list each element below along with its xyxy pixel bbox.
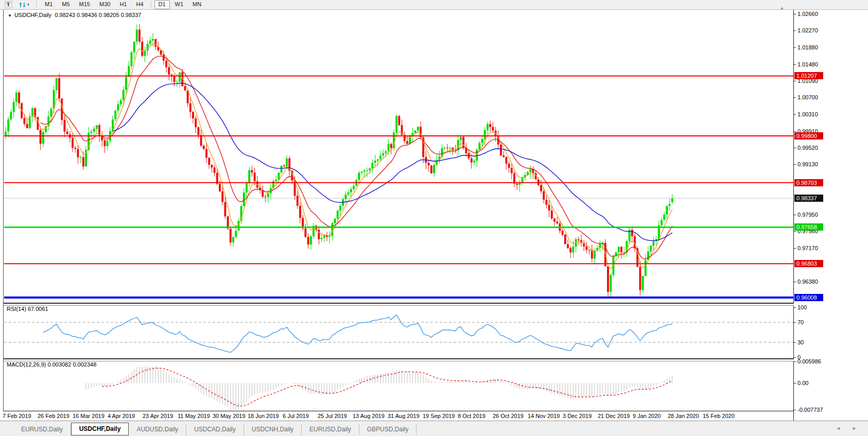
price-tick-label: 1.01480 — [797, 61, 818, 67]
price-tick-mark — [794, 81, 796, 81]
tick-arrows-button[interactable]: ▾ — [16, 1, 32, 9]
macd-tick-label: 0.005986 — [797, 358, 821, 364]
chart-title: ▼USDCHF,Daily 0.98243 0.98436 0.98205 0.… — [8, 12, 141, 18]
price-tick-mark — [794, 30, 796, 31]
price-tick-label: 1.02270 — [797, 27, 818, 33]
date-label: 3 Dec 2019 — [563, 413, 592, 419]
chart-window: ▼USDCHF,Daily 0.98243 0.98436 0.98205 0.… — [3, 10, 794, 421]
date-label: 30 May 2019 — [213, 413, 246, 419]
price-level-label: 1.01207 — [794, 72, 823, 79]
price-level-label: 0.99800 — [794, 132, 823, 139]
price-tick-mark — [794, 248, 796, 249]
macd-tick-label: -0.007737 — [797, 407, 823, 413]
price-tick-label: 1.01880 — [797, 44, 818, 50]
price-level-label: 0.98337 — [794, 195, 823, 202]
macd-canvas[interactable] — [4, 360, 794, 410]
date-label: 6 Jul 2019 — [283, 413, 309, 419]
chart-tab-eurusd-5[interactable]: EURUSD,Daily — [302, 424, 359, 435]
date-label: 31 Aug 2019 — [388, 413, 420, 419]
timeframe-button-H4[interactable]: H4 — [132, 0, 147, 9]
date-label: 14 Nov 2019 — [528, 413, 560, 419]
date-axis[interactable]: 7 Feb 201926 Feb 201916 Mar 20194 Apr 20… — [3, 411, 793, 421]
price-level-label: 0.98703 — [794, 179, 823, 186]
price-tick-label: 1.00700 — [797, 94, 818, 100]
text-tool-button[interactable]: T — [3, 1, 13, 9]
date-label: 23 Apr 2019 — [143, 413, 173, 419]
chart-tab-gbpusd-6[interactable]: GBPUSD,Daily — [359, 424, 417, 435]
main-chart-canvas[interactable] — [4, 10, 794, 303]
price-tick-label: 0.99130 — [797, 161, 818, 167]
macd-tick-mark — [794, 361, 796, 362]
price-tick-mark — [794, 131, 796, 132]
chart-tab-bar: EURUSD,DailyUSDCHF,DailyAUDUSD,DailyUSDC… — [0, 421, 868, 436]
price-level-label: 0.96008 — [794, 294, 823, 301]
date-label: 4 Apr 2019 — [108, 413, 135, 419]
timeframe-button-M15[interactable]: M15 — [75, 0, 94, 9]
date-label: 9 Jan 2020 — [633, 413, 661, 419]
date-label: 15 Feb 2020 — [703, 413, 735, 419]
date-label: 26 Feb 2019 — [38, 413, 70, 419]
chevron-down-icon: ▾ — [27, 3, 29, 7]
axis-scroll-arrow-icon[interactable]: ▲ — [780, 6, 784, 10]
date-label: 25 Jul 2019 — [318, 413, 347, 419]
chart-symbol-period: USDCHF,Daily — [14, 12, 51, 18]
rsi-tick-mark — [794, 322, 796, 323]
timeframe-button-H1[interactable]: H1 — [115, 0, 131, 9]
price-level-label: 0.96803 — [794, 260, 823, 267]
date-label: 18 Jun 2019 — [248, 413, 279, 419]
chart-tab-usdchf-1[interactable]: USDCHF,Daily — [71, 423, 129, 435]
toolbar-separator — [151, 1, 151, 8]
price-tick-label: 1.02660 — [797, 11, 818, 17]
price-tick-mark — [794, 231, 796, 232]
price-tick-mark — [794, 97, 796, 98]
macd-indicator-label: MACD(12,26,9) 0.003082 0.002348 — [7, 361, 96, 368]
price-axis[interactable]: 1.026601.022701.018801.014801.010901.007… — [793, 10, 868, 421]
mt4-terminal-window: T ▾ M1M5M15M30H1H4D1W1MN ▲ ▼USDCHF,Daily… — [0, 0, 868, 436]
chart-tab-eurusd-0[interactable]: EURUSD,Daily — [13, 424, 71, 435]
price-tick-mark — [794, 215, 796, 215]
text-tool-icon: T — [5, 1, 12, 8]
rsi-canvas[interactable] — [4, 304, 794, 358]
chart-menu-arrow-icon[interactable]: ▼ — [8, 13, 12, 18]
timeframe-button-M30[interactable]: M30 — [95, 0, 114, 9]
date-label: 7 Feb 2019 — [3, 413, 31, 419]
timeframe-button-W1[interactable]: W1 — [171, 0, 188, 9]
chart-ohlc-readout: 0.98243 0.98436 0.98205 0.98337 — [55, 12, 141, 18]
price-tick-mark — [794, 64, 796, 65]
rsi-tick-mark — [794, 307, 796, 308]
price-tick-label: 0.97170 — [797, 245, 818, 251]
price-tick-label: 0.96380 — [797, 278, 818, 285]
timeframe-button-M5[interactable]: M5 — [58, 0, 74, 9]
main-rsi-splitter[interactable] — [4, 303, 794, 306]
date-label: 8 Oct 2019 — [458, 413, 485, 419]
price-tick-label: 1.00310 — [797, 111, 818, 117]
date-label: 26 Oct 2019 — [493, 413, 524, 419]
rsi-macd-splitter[interactable] — [4, 358, 794, 361]
chart-tab-audusd-2[interactable]: AUDUSD,Daily — [129, 424, 186, 435]
price-tick-mark — [794, 148, 796, 148]
chart-tab-usdcad-3[interactable]: USDCAD,Daily — [186, 424, 244, 435]
price-tick-label: 0.99520 — [797, 145, 818, 151]
price-tick-mark — [794, 164, 796, 165]
date-label: 16 Mar 2019 — [73, 413, 105, 419]
timeframe-button-M1[interactable]: M1 — [41, 0, 57, 9]
rsi-tick-mark — [794, 357, 796, 358]
price-tick-mark — [794, 282, 796, 282]
timeframe-toolbar: T ▾ M1M5M15M30H1H4D1W1MN — [0, 0, 868, 10]
macd-tick-mark — [794, 383, 796, 383]
timeframe-button-MN[interactable]: MN — [188, 0, 205, 9]
tab-scroll-arrows[interactable]: ◄ ► — [836, 426, 862, 431]
date-label: 28 Jan 2020 — [668, 413, 699, 419]
rsi-tick-mark — [794, 342, 796, 343]
price-level-label: 0.97658 — [794, 223, 823, 231]
tick-arrows-icon — [19, 2, 26, 8]
price-tick-mark — [794, 47, 796, 48]
price-tick-mark — [794, 114, 796, 115]
timeframe-button-D1[interactable]: D1 — [154, 0, 170, 9]
chart-tab-usdcnh-4[interactable]: USDCNH,Daily — [244, 424, 302, 435]
macd-tick-label: 0.00 — [797, 380, 808, 386]
toolbar-grip — [36, 1, 37, 8]
date-label: 21 Dec 2019 — [598, 413, 630, 419]
macd-tick-mark — [794, 410, 796, 410]
date-label: 19 Sep 2019 — [423, 413, 455, 419]
